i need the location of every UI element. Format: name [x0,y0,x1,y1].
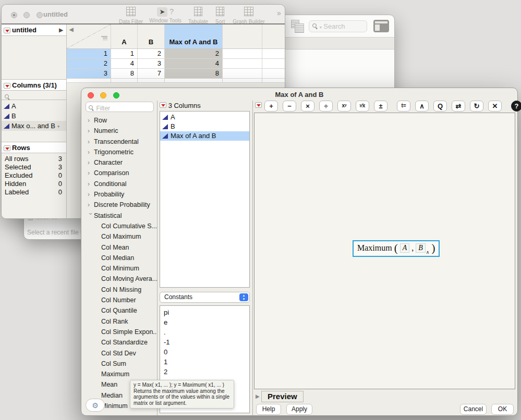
toolbar-data-filter-button[interactable]: Data Filter [114,7,148,24]
formula-arg-a[interactable]: A [400,243,410,253]
power-button[interactable]: xʸ [337,101,351,112]
cell[interactable] [262,49,285,59]
function-item-maximum[interactable]: Maximum [81,369,157,379]
function-item[interactable]: Col Number [81,295,157,305]
function-item[interactable]: Col Cumulative S... [81,221,157,231]
constant-item[interactable]: -1 [164,337,249,347]
cell[interactable]: 2 [138,49,165,59]
cell[interactable]: 4 [165,59,223,69]
settings-button[interactable]: ⚙ [86,399,105,412]
element-category-select[interactable]: Constants ▲▼ [160,292,250,303]
ok-button[interactable]: OK [491,404,514,415]
function-item[interactable]: Col N Missing [81,285,157,295]
toolbar-window-tools-button[interactable]: ➤? Window Tools [148,7,183,23]
red-triangle-menu-icon[interactable] [4,83,10,89]
row-number[interactable]: 2 [67,59,111,69]
panel-expand-icon[interactable]: ▶ [59,24,63,35]
column-header-max[interactable]: Max of A and B [165,24,223,49]
unary-button[interactable]: Q [433,101,447,112]
tables-icon[interactable] [291,20,305,33]
function-item[interactable]: Col Standardize [81,337,157,348]
function-item[interactable]: Col Simple Expon... [81,327,157,337]
constant-item[interactable]: e [164,317,249,327]
root-button[interactable]: ʸ⁄x [356,101,369,112]
empty-row[interactable] [138,79,165,83]
empty-row[interactable] [223,79,262,83]
formula-help-button[interactable]: ? [511,101,521,112]
plus-button[interactable]: + [264,101,278,112]
column-item-max-selected[interactable]: Max of A and B [160,131,249,141]
constant-item[interactable]: pi [164,307,249,317]
cell[interactable]: 7 [138,69,165,79]
rows-panel-header[interactable]: Rows [2,142,66,153]
invert-button[interactable]: ↻ [470,101,483,112]
toolbar-tabulate-button[interactable]: Tabulate [185,7,211,24]
function-item[interactable]: Col Moving Avera... [81,274,157,284]
function-item[interactable]: Col Sum [81,359,157,369]
constant-item[interactable]: 1 [164,357,249,367]
cell[interactable]: 1 [111,49,138,59]
formula-expression[interactable]: Maximum ( A , B∧ ) [353,240,440,257]
delete-button[interactable]: ✕ [488,101,502,112]
column-header-empty[interactable] [223,24,262,49]
cell[interactable] [262,69,285,79]
function-item[interactable]: Col Mean [81,242,157,253]
cell[interactable] [262,59,285,69]
cell[interactable] [223,49,262,59]
function-category[interactable]: ›Numeric [81,126,157,136]
function-filter-field[interactable] [86,102,154,112]
cell[interactable]: 4 [111,59,138,69]
cell[interactable]: 8 [111,69,138,79]
function-item[interactable]: Col Quantile [81,305,157,316]
cell[interactable]: 2 [165,49,223,59]
function-item[interactable]: Col Minimum [81,263,157,274]
sidebar-column-b[interactable]: B [2,111,66,121]
function-category[interactable]: ›Trigonometric [81,147,157,157]
function-item[interactable]: Col Std Dev [81,348,157,359]
function-category[interactable]: ›Discrete Probability [81,200,157,210]
column-item-a[interactable]: A [160,113,249,122]
table-panel-header[interactable]: untitled ▶ [2,24,66,36]
column-header-b[interactable]: B [138,24,165,49]
cell[interactable]: 8 [165,69,223,79]
function-category[interactable]: ›Transcendental [81,137,157,147]
plus-minus-button[interactable]: ± [374,101,387,112]
local-variable-button[interactable]: t= [397,101,410,112]
collapse-left-icon[interactable]: ◀ [69,27,74,32]
function-item[interactable]: Col Maximum [81,231,157,242]
constant-item[interactable]: . [164,327,249,337]
red-triangle-menu-icon[interactable] [4,28,10,33]
function-category[interactable]: ›Probability [81,189,157,200]
apply-button[interactable]: Apply [286,404,312,415]
function-category[interactable]: ›Character [81,157,157,168]
red-triangle-menu-icon[interactable] [160,102,166,108]
sidebar-column-max[interactable]: Max o... and B + [2,121,66,131]
function-category[interactable]: ›Row [81,115,157,126]
columns-search[interactable] [2,91,66,100]
sidebar-toggle-icon[interactable] [373,20,389,32]
function-item[interactable]: Col Median [81,253,157,263]
search-field[interactable]: ▾ [309,20,367,32]
column-header-empty[interactable] [262,24,285,49]
toolbar-sort-button[interactable]: Sort [211,7,229,24]
cell[interactable]: 3 [138,59,165,69]
cell[interactable] [223,69,262,79]
help-button[interactable]: Help [256,404,281,415]
cancel-button[interactable]: Cancel [460,404,487,415]
empty-row[interactable] [67,79,111,83]
formula-canvas[interactable]: Maximum ( A , B∧ ) [254,113,515,389]
function-category[interactable]: ›Comparison [81,168,157,178]
toolbar-overflow-button[interactable]: » [277,9,281,17]
row-number[interactable]: 1 [67,49,111,59]
function-category-expanded[interactable]: ›Statistical [81,211,157,221]
column-header-a[interactable]: A [111,24,138,49]
row-number[interactable]: 3 [67,69,111,79]
zoom-button[interactable] [37,12,43,18]
grid-corner-cell[interactable]: ◀ [67,24,111,49]
function-category[interactable]: ›Conditional [81,179,157,189]
columns-panel-header[interactable]: Columns (3/1) [2,79,66,91]
formula-arg-b[interactable]: B [416,243,426,253]
cell[interactable] [223,59,262,69]
multiply-button[interactable]: × [301,101,314,112]
red-triangle-menu-icon[interactable] [4,145,10,151]
